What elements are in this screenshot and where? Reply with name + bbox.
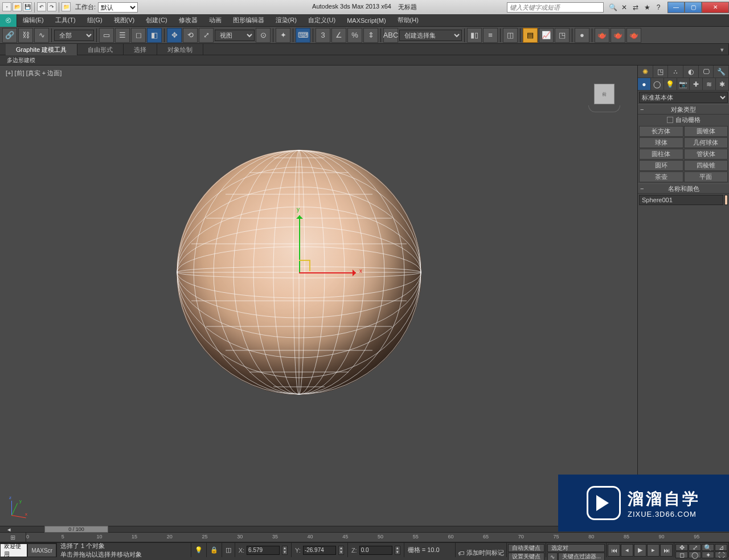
menu-render[interactable]: 渲染(R) [270, 14, 302, 27]
menu-animation[interactable]: 动画 [203, 14, 227, 27]
select-object-icon[interactable]: ▭ [99, 28, 114, 43]
mirror-icon[interactable]: ▮▯ [467, 28, 482, 43]
geosphere-button[interactable]: 几何球体 [684, 137, 728, 148]
poly-modeling-panel[interactable]: 多边形建模 [2, 55, 40, 65]
key-target-select[interactable]: 选定对 [547, 544, 605, 552]
menu-create[interactable]: 创建(C) [140, 14, 173, 27]
curve-editor-icon[interactable]: 📈 [539, 28, 554, 43]
zoom-region-icon[interactable]: ◻ [675, 551, 688, 558]
setkey-button[interactable]: 设置关键点 [508, 553, 544, 560]
viewcube[interactable]: 前 [588, 80, 620, 112]
tab-selection[interactable]: 选择 [124, 44, 157, 55]
snap-percent-icon[interactable]: % [347, 28, 362, 43]
save-icon[interactable]: 💾 [23, 2, 32, 11]
helpers-tab-icon[interactable]: ✚ [690, 78, 703, 90]
coord-y-spinner[interactable]: ▲▼ [338, 546, 344, 555]
rotate-icon[interactable]: ⟲ [183, 28, 198, 43]
render-production-icon[interactable]: 🫖 [626, 28, 641, 43]
menu-tools[interactable]: 工具(T) [50, 14, 81, 27]
prev-frame-icon[interactable]: ◂ [621, 544, 633, 557]
rollout-name-color[interactable]: −名称和颜色 [638, 183, 729, 194]
manipulate-icon[interactable]: ✦ [276, 28, 290, 43]
link-icon[interactable]: 🔗 [2, 28, 17, 43]
render-setup-icon[interactable]: 🫖 [595, 28, 609, 43]
object-name-input[interactable] [639, 195, 723, 205]
motion-tab-icon[interactable]: ◐ [683, 66, 699, 77]
walk-icon[interactable]: ✦ [702, 551, 714, 558]
pivot-center-icon[interactable]: ⊙ [256, 28, 271, 43]
workspace-select[interactable]: 默认 [98, 2, 138, 13]
welcome-button[interactable]: 欢迎使用 [0, 543, 27, 557]
maxscript-button[interactable]: MAXScr [27, 543, 56, 557]
orbit-icon[interactable]: ◯ [689, 551, 701, 558]
menu-group[interactable]: 组(G) [81, 14, 108, 27]
utilities-tab-icon[interactable]: 🔧 [714, 66, 729, 77]
schematic-view-icon[interactable]: ◳ [555, 28, 570, 43]
rollout-object-type[interactable]: −对象类型 [638, 104, 729, 115]
maximize-viewport-icon[interactable]: ⛶ [715, 551, 727, 558]
box-button[interactable]: 长方体 [639, 126, 683, 137]
ref-coord-select[interactable]: 视图 [215, 30, 255, 41]
menu-maxscript[interactable]: MAXScript(M) [341, 14, 391, 27]
absolute-relative-icon[interactable]: ◫ [222, 543, 235, 557]
create-tab-icon[interactable]: ✺ [638, 66, 653, 77]
viewport[interactable]: [+] [前] [真实 + 边面] 前 z y x [0, 66, 638, 526]
menu-help[interactable]: 帮助(H) [392, 14, 424, 27]
coord-z-input[interactable] [359, 546, 392, 555]
move-icon[interactable]: ✥ [167, 28, 182, 43]
goto-end-icon[interactable]: ⏭ [660, 544, 673, 557]
cameras-tab-icon[interactable]: 📷 [677, 78, 690, 90]
keyboard-shortcut-icon[interactable]: ⌨ [296, 28, 310, 43]
app-menu-icon[interactable]: ⧀ [0, 14, 17, 27]
autokey-button[interactable]: 自动关键点 [508, 544, 544, 552]
ribbon-toggle-icon[interactable]: ▤ [523, 28, 538, 43]
tube-button[interactable]: 管状体 [684, 149, 728, 160]
exchange-icon[interactable]: ⇄ [631, 3, 640, 12]
geometry-tab-icon[interactable]: ● [638, 78, 651, 90]
select-region-rect-icon[interactable]: ◻ [131, 28, 146, 43]
spacewarps-tab-icon[interactable]: ≋ [703, 78, 716, 90]
viewcube-face[interactable]: 前 [594, 84, 615, 104]
rendered-frame-icon[interactable]: 🫖 [611, 28, 625, 43]
viewcube-ring-icon[interactable] [588, 105, 620, 112]
viewport-label[interactable]: [+] [前] [真实 + 边面] [6, 69, 62, 77]
open-icon[interactable]: 📂 [13, 2, 22, 11]
fov-icon[interactable]: ⊿ [715, 544, 727, 551]
coord-y-input[interactable] [303, 546, 336, 555]
favorite-icon[interactable]: ★ [642, 3, 652, 12]
modify-tab-icon[interactable]: ◳ [653, 66, 669, 77]
trackbar[interactable]: ⊞ 05101520253035404550556065707580859095… [0, 533, 729, 542]
pyramid-button[interactable]: 四棱锥 [684, 160, 728, 171]
play-icon[interactable]: ▶ [634, 544, 646, 557]
selection-filter-select[interactable]: 全部 [54, 30, 94, 41]
teapot-button[interactable]: 茶壶 [639, 171, 683, 182]
menu-grapheditors[interactable]: 图形编辑器 [227, 14, 270, 27]
redo-icon[interactable]: ↷ [47, 2, 56, 11]
window-crossing-icon[interactable]: ◧ [147, 28, 162, 43]
trackbar-menu-icon[interactable]: ⊞ [10, 534, 15, 541]
display-tab-icon[interactable]: 🖵 [699, 66, 714, 77]
time-tag-icon[interactable]: 🏷 [458, 550, 464, 557]
menu-customize[interactable]: 自定义(U) [302, 14, 341, 27]
snap-3d-icon[interactable]: 3 [316, 28, 330, 43]
project-icon[interactable]: 📁 [62, 2, 71, 11]
zoom-extents-icon[interactable]: ⤢ [689, 544, 701, 551]
selection-lock-icon[interactable]: 🔒 [207, 543, 222, 557]
edit-sets-icon[interactable]: ABC [383, 28, 398, 43]
lock-toggle-icon[interactable]: 💡 [191, 543, 207, 557]
plane-button[interactable]: 平面 [684, 171, 728, 182]
cylinder-button[interactable]: 圆柱体 [639, 149, 683, 160]
tab-graphite[interactable]: Graphite 建模工具 [6, 44, 77, 55]
material-editor-icon[interactable]: ● [575, 28, 589, 43]
snap-angle-icon[interactable]: ∠ [331, 28, 346, 43]
tab-objectpaint[interactable]: 对象绘制 [157, 44, 203, 55]
lights-tab-icon[interactable]: 💡 [664, 78, 677, 90]
subscription-icon[interactable]: ✕ [620, 3, 629, 12]
maximize-button[interactable]: ▢ [685, 2, 702, 13]
track-open-icon[interactable]: ◂ [7, 526, 11, 533]
sphere-button[interactable]: 球体 [639, 137, 683, 148]
align-icon[interactable]: ≡ [483, 28, 498, 43]
keymode-icon[interactable]: ∿ [547, 553, 558, 560]
cone-button[interactable]: 圆锥体 [684, 126, 728, 137]
bind-icon[interactable]: ∿ [34, 28, 49, 43]
